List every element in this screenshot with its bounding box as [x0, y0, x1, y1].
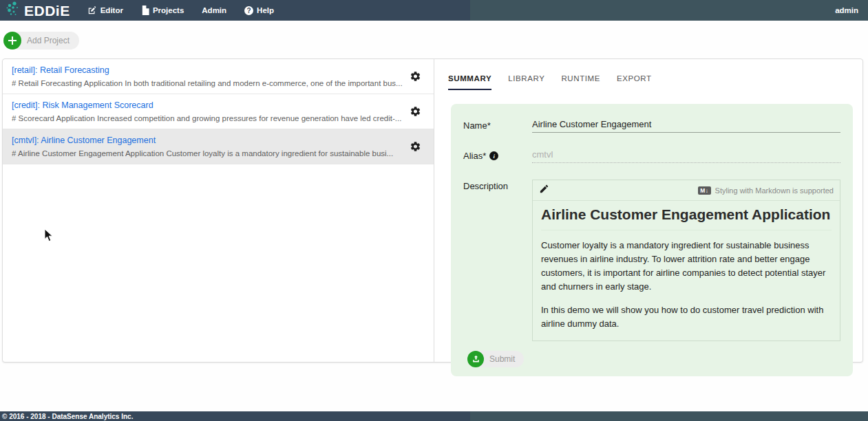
brand[interactable]: EDDiE: [0, 1, 80, 19]
project-row-retail[interactable]: [retail]: Retail Forecasting # Retail Fo…: [3, 59, 434, 94]
project-settings-gear-icon[interactable]: [410, 141, 421, 153]
project-link[interactable]: [retail]: Retail Forecasting: [12, 65, 406, 75]
tab-runtime[interactable]: RUNTIME: [561, 74, 600, 90]
project-link[interactable]: [credit]: Risk Management Scorecard: [12, 100, 406, 110]
markdown-hint: M↓ Styling with Markdown is supported: [698, 186, 834, 195]
project-settings-gear-icon[interactable]: [410, 106, 421, 118]
nav-item-label: Editor: [100, 6, 123, 14]
nav-item-projects[interactable]: Projects: [134, 0, 191, 21]
nav-item-label: Admin: [202, 6, 226, 14]
submit-label: Submit: [489, 354, 515, 364]
editor-compose-icon: [87, 6, 97, 15]
upload-icon: [467, 351, 484, 367]
project-description: # Airline Customer Engagement Applicatio…: [12, 149, 406, 158]
tab-library[interactable]: LIBRARY: [508, 74, 544, 90]
copyright-text: © 2016 - 2018 - DataSense Analytics Inc.: [2, 413, 133, 420]
name-label: Name*: [463, 119, 532, 133]
info-icon[interactable]: i: [489, 151, 498, 160]
navbar: EDDiE Editor Projects Admin ? Help: [0, 0, 868, 21]
description-heading: Airline Customer Engagement Application: [541, 206, 832, 230]
add-project-button[interactable]: Add Project: [3, 32, 79, 50]
edit-pencil-icon[interactable]: [539, 184, 549, 197]
summary-form: Name* Alias* i Description: [451, 104, 853, 376]
help-icon: ?: [244, 6, 253, 15]
alias-field[interactable]: [532, 149, 840, 163]
description-preview[interactable]: Airline Customer Engagement Application …: [533, 201, 840, 341]
description-label: Description: [463, 180, 532, 341]
main-card: [retail]: Retail Forecasting # Retail Fo…: [2, 58, 863, 363]
alias-row: Alias* i: [463, 149, 840, 163]
nav-item-admin[interactable]: Admin: [194, 0, 234, 21]
description-paragraph: Customer loyalty is a mandatory ingredie…: [541, 239, 832, 294]
project-row-credit[interactable]: [credit]: Risk Management Scorecard # Sc…: [3, 94, 434, 129]
nav-item-help[interactable]: ? Help: [237, 0, 282, 21]
eddie-logo-icon: [6, 1, 19, 19]
nav-item-label: Help: [257, 6, 274, 14]
plus-icon: [3, 32, 21, 50]
project-link[interactable]: [cmtvl]: Airline Customer Engagement: [12, 136, 406, 145]
alias-label: Alias* i: [463, 149, 532, 163]
markdown-editor[interactable]: M↓ Styling with Markdown is supported Ai…: [532, 180, 840, 341]
tab-summary[interactable]: SUMMARY: [448, 74, 491, 90]
description-row: Description M↓ Styling with Markdown is …: [463, 180, 840, 341]
footer: © 2016 - 2018 - DataSense Analytics Inc.: [0, 411, 868, 421]
nav-user-menu[interactable]: admin: [835, 0, 858, 21]
markdown-badge-icon: M↓: [698, 186, 710, 195]
nav-menu: Editor Projects Admin ? Help: [80, 0, 282, 21]
project-description: # Retail Forecasting Application In both…: [12, 79, 406, 87]
name-row: Name*: [463, 119, 840, 133]
submit-button[interactable]: Submit: [467, 351, 524, 367]
brand-text: EDDiE: [24, 3, 70, 18]
project-row-cmtvl[interactable]: [cmtvl]: Airline Customer Engagement # A…: [3, 129, 434, 164]
detail-panel: SUMMARY LIBRARY RUNTIME EXPORT Name* Ali…: [434, 59, 862, 362]
add-project-label: Add Project: [27, 36, 70, 45]
nav-item-editor[interactable]: Editor: [80, 0, 131, 21]
detail-tabs: SUMMARY LIBRARY RUNTIME EXPORT: [434, 74, 862, 90]
description-paragraph: In this demo we will show you how to do …: [541, 303, 832, 331]
project-description: # Scorecard Application Increased compet…: [12, 114, 406, 122]
nav-item-label: Projects: [153, 6, 184, 14]
file-icon: [141, 6, 149, 15]
tab-export[interactable]: EXPORT: [617, 74, 652, 90]
project-list: [retail]: Retail Forecasting # Retail Fo…: [3, 59, 434, 362]
name-field[interactable]: [532, 119, 840, 133]
markdown-toolbar: M↓ Styling with Markdown is supported: [533, 180, 840, 201]
project-settings-gear-icon[interactable]: [410, 71, 421, 83]
